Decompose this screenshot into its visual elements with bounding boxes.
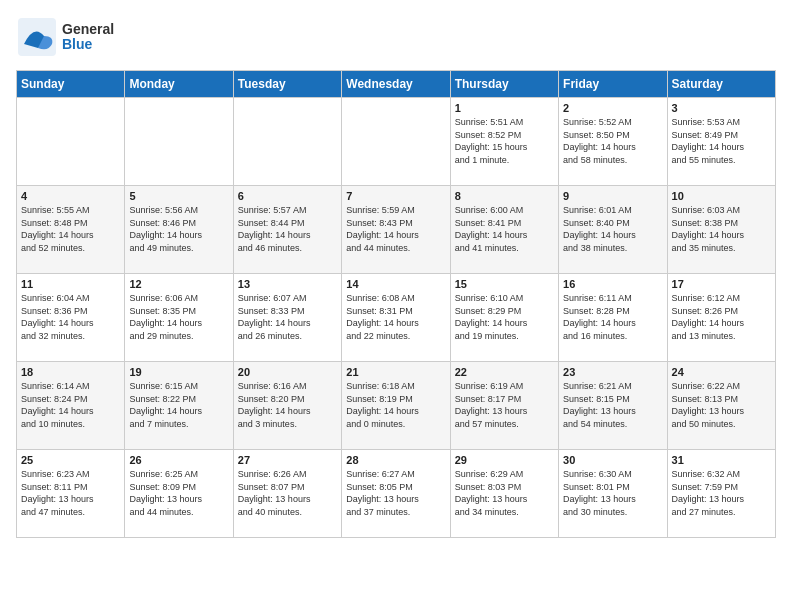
- cell-content: Sunrise: 6:19 AM Sunset: 8:17 PM Dayligh…: [455, 380, 554, 430]
- calendar-cell: 20Sunrise: 6:16 AM Sunset: 8:20 PM Dayli…: [233, 362, 341, 450]
- cell-content: Sunrise: 6:11 AM Sunset: 8:28 PM Dayligh…: [563, 292, 662, 342]
- day-number: 25: [21, 454, 120, 466]
- day-number: 17: [672, 278, 771, 290]
- cell-content: Sunrise: 5:57 AM Sunset: 8:44 PM Dayligh…: [238, 204, 337, 254]
- day-number: 7: [346, 190, 445, 202]
- day-number: 5: [129, 190, 228, 202]
- day-number: 28: [346, 454, 445, 466]
- cell-content: Sunrise: 6:29 AM Sunset: 8:03 PM Dayligh…: [455, 468, 554, 518]
- day-number: 16: [563, 278, 662, 290]
- calendar-cell: 2Sunrise: 5:52 AM Sunset: 8:50 PM Daylig…: [559, 98, 667, 186]
- day-header-friday: Friday: [559, 71, 667, 98]
- calendar-cell: 3Sunrise: 5:53 AM Sunset: 8:49 PM Daylig…: [667, 98, 775, 186]
- calendar-cell: 1Sunrise: 5:51 AM Sunset: 8:52 PM Daylig…: [450, 98, 558, 186]
- calendar-cell: 15Sunrise: 6:10 AM Sunset: 8:29 PM Dayli…: [450, 274, 558, 362]
- calendar-cell: 24Sunrise: 6:22 AM Sunset: 8:13 PM Dayli…: [667, 362, 775, 450]
- week-row-4: 18Sunrise: 6:14 AM Sunset: 8:24 PM Dayli…: [17, 362, 776, 450]
- day-number: 23: [563, 366, 662, 378]
- calendar-cell: [125, 98, 233, 186]
- cell-content: Sunrise: 6:27 AM Sunset: 8:05 PM Dayligh…: [346, 468, 445, 518]
- cell-content: Sunrise: 5:51 AM Sunset: 8:52 PM Dayligh…: [455, 116, 554, 166]
- calendar-cell: 4Sunrise: 5:55 AM Sunset: 8:48 PM Daylig…: [17, 186, 125, 274]
- day-number: 19: [129, 366, 228, 378]
- cell-content: Sunrise: 5:59 AM Sunset: 8:43 PM Dayligh…: [346, 204, 445, 254]
- calendar-cell: 25Sunrise: 6:23 AM Sunset: 8:11 PM Dayli…: [17, 450, 125, 538]
- calendar-cell: [342, 98, 450, 186]
- day-number: 24: [672, 366, 771, 378]
- calendar-cell: 11Sunrise: 6:04 AM Sunset: 8:36 PM Dayli…: [17, 274, 125, 362]
- day-number: 22: [455, 366, 554, 378]
- calendar-cell: [233, 98, 341, 186]
- calendar-cell: 21Sunrise: 6:18 AM Sunset: 8:19 PM Dayli…: [342, 362, 450, 450]
- cell-content: Sunrise: 6:14 AM Sunset: 8:24 PM Dayligh…: [21, 380, 120, 430]
- day-number: 18: [21, 366, 120, 378]
- day-number: 27: [238, 454, 337, 466]
- day-header-saturday: Saturday: [667, 71, 775, 98]
- calendar-cell: 31Sunrise: 6:32 AM Sunset: 7:59 PM Dayli…: [667, 450, 775, 538]
- calendar-cell: 18Sunrise: 6:14 AM Sunset: 8:24 PM Dayli…: [17, 362, 125, 450]
- cell-content: Sunrise: 6:04 AM Sunset: 8:36 PM Dayligh…: [21, 292, 120, 342]
- week-row-1: 1Sunrise: 5:51 AM Sunset: 8:52 PM Daylig…: [17, 98, 776, 186]
- cell-content: Sunrise: 6:06 AM Sunset: 8:35 PM Dayligh…: [129, 292, 228, 342]
- calendar-cell: 12Sunrise: 6:06 AM Sunset: 8:35 PM Dayli…: [125, 274, 233, 362]
- logo-svg: [16, 16, 58, 58]
- cell-content: Sunrise: 6:01 AM Sunset: 8:40 PM Dayligh…: [563, 204, 662, 254]
- day-number: 10: [672, 190, 771, 202]
- cell-content: Sunrise: 6:08 AM Sunset: 8:31 PM Dayligh…: [346, 292, 445, 342]
- cell-content: Sunrise: 5:56 AM Sunset: 8:46 PM Dayligh…: [129, 204, 228, 254]
- cell-content: Sunrise: 6:23 AM Sunset: 8:11 PM Dayligh…: [21, 468, 120, 518]
- day-header-thursday: Thursday: [450, 71, 558, 98]
- day-number: 21: [346, 366, 445, 378]
- calendar-cell: 6Sunrise: 5:57 AM Sunset: 8:44 PM Daylig…: [233, 186, 341, 274]
- calendar-cell: 10Sunrise: 6:03 AM Sunset: 8:38 PM Dayli…: [667, 186, 775, 274]
- cell-content: Sunrise: 6:03 AM Sunset: 8:38 PM Dayligh…: [672, 204, 771, 254]
- calendar-cell: 7Sunrise: 5:59 AM Sunset: 8:43 PM Daylig…: [342, 186, 450, 274]
- day-number: 11: [21, 278, 120, 290]
- cell-content: Sunrise: 6:12 AM Sunset: 8:26 PM Dayligh…: [672, 292, 771, 342]
- cell-content: Sunrise: 6:16 AM Sunset: 8:20 PM Dayligh…: [238, 380, 337, 430]
- cell-content: Sunrise: 6:30 AM Sunset: 8:01 PM Dayligh…: [563, 468, 662, 518]
- day-number: 1: [455, 102, 554, 114]
- logo-blue: Blue: [62, 37, 114, 52]
- day-header-wednesday: Wednesday: [342, 71, 450, 98]
- logo: General Blue: [16, 16, 114, 58]
- day-number: 12: [129, 278, 228, 290]
- cell-content: Sunrise: 6:15 AM Sunset: 8:22 PM Dayligh…: [129, 380, 228, 430]
- week-row-5: 25Sunrise: 6:23 AM Sunset: 8:11 PM Dayli…: [17, 450, 776, 538]
- calendar-table: SundayMondayTuesdayWednesdayThursdayFrid…: [16, 70, 776, 538]
- calendar-cell: 23Sunrise: 6:21 AM Sunset: 8:15 PM Dayli…: [559, 362, 667, 450]
- day-number: 30: [563, 454, 662, 466]
- week-row-2: 4Sunrise: 5:55 AM Sunset: 8:48 PM Daylig…: [17, 186, 776, 274]
- cell-content: Sunrise: 6:18 AM Sunset: 8:19 PM Dayligh…: [346, 380, 445, 430]
- day-number: 15: [455, 278, 554, 290]
- cell-content: Sunrise: 6:25 AM Sunset: 8:09 PM Dayligh…: [129, 468, 228, 518]
- cell-content: Sunrise: 6:26 AM Sunset: 8:07 PM Dayligh…: [238, 468, 337, 518]
- logo-text: General Blue: [62, 22, 114, 53]
- day-number: 2: [563, 102, 662, 114]
- calendar-cell: 13Sunrise: 6:07 AM Sunset: 8:33 PM Dayli…: [233, 274, 341, 362]
- calendar-cell: 5Sunrise: 5:56 AM Sunset: 8:46 PM Daylig…: [125, 186, 233, 274]
- day-number: 13: [238, 278, 337, 290]
- calendar-cell: 30Sunrise: 6:30 AM Sunset: 8:01 PM Dayli…: [559, 450, 667, 538]
- day-header-tuesday: Tuesday: [233, 71, 341, 98]
- day-number: 14: [346, 278, 445, 290]
- calendar-cell: 19Sunrise: 6:15 AM Sunset: 8:22 PM Dayli…: [125, 362, 233, 450]
- calendar-cell: 27Sunrise: 6:26 AM Sunset: 8:07 PM Dayli…: [233, 450, 341, 538]
- calendar-cell: 8Sunrise: 6:00 AM Sunset: 8:41 PM Daylig…: [450, 186, 558, 274]
- calendar-cell: [17, 98, 125, 186]
- cell-content: Sunrise: 6:07 AM Sunset: 8:33 PM Dayligh…: [238, 292, 337, 342]
- logo-container: General Blue: [16, 16, 114, 58]
- cell-content: Sunrise: 5:52 AM Sunset: 8:50 PM Dayligh…: [563, 116, 662, 166]
- days-header-row: SundayMondayTuesdayWednesdayThursdayFrid…: [17, 71, 776, 98]
- cell-content: Sunrise: 5:53 AM Sunset: 8:49 PM Dayligh…: [672, 116, 771, 166]
- calendar-cell: 16Sunrise: 6:11 AM Sunset: 8:28 PM Dayli…: [559, 274, 667, 362]
- day-number: 9: [563, 190, 662, 202]
- cell-content: Sunrise: 5:55 AM Sunset: 8:48 PM Dayligh…: [21, 204, 120, 254]
- page-header: General Blue: [16, 16, 776, 58]
- calendar-cell: 17Sunrise: 6:12 AM Sunset: 8:26 PM Dayli…: [667, 274, 775, 362]
- day-number: 8: [455, 190, 554, 202]
- day-header-sunday: Sunday: [17, 71, 125, 98]
- calendar-cell: 26Sunrise: 6:25 AM Sunset: 8:09 PM Dayli…: [125, 450, 233, 538]
- calendar-cell: 28Sunrise: 6:27 AM Sunset: 8:05 PM Dayli…: [342, 450, 450, 538]
- cell-content: Sunrise: 6:22 AM Sunset: 8:13 PM Dayligh…: [672, 380, 771, 430]
